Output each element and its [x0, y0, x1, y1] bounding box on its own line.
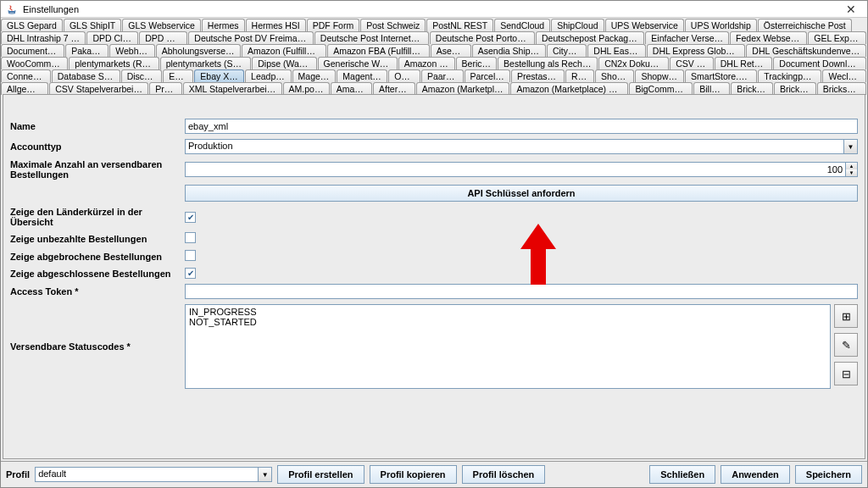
tab-document-log[interactable]: Document Log — [1, 44, 64, 57]
tab-document-downloader[interactable]: Document Downloader — [773, 57, 866, 69]
tab-woocommerce[interactable]: WooCommerce — [1, 57, 68, 69]
tab-dpd-cloud[interactable]: DPD Cloud — [86, 31, 138, 44]
tab-dpd-delis[interactable]: DPD Delis — [139, 31, 187, 44]
tab-deutsche-post-dv-freimachung[interactable]: Deutsche Post DV Freimachung — [188, 31, 314, 44]
tab-dhl-intraship-7-de-[interactable]: DHL Intraship 7 (DE) — [1, 31, 86, 44]
tab-bricklink[interactable]: Bricklink — [731, 82, 773, 95]
show-closed-checkbox[interactable]: ✔ — [185, 268, 196, 279]
tab-dhl-express-global-ws[interactable]: DHL Express Global WS — [647, 44, 746, 57]
tab-brickowl[interactable]: Brickowl — [774, 82, 816, 95]
tab-pdf-form[interactable]: PDF Form — [307, 19, 359, 31]
tab-magento-2[interactable]: Magento 2 — [337, 69, 387, 82]
tab-ebay-xml[interactable]: Ebay XML — [194, 69, 244, 82]
tab-deutschepost-packageplus[interactable]: Deutschepost PackagePlus — [536, 31, 644, 44]
tab-dhl-gesch-ftskundenversand[interactable]: DHL Geschäftskundenversand — [746, 44, 866, 57]
tab-asendia-shipping[interactable]: Asendia Shipping — [472, 44, 546, 57]
tab-amazon-fulfillment-[interactable]: Amazon (Fulfillment) — [242, 44, 326, 57]
spin-down-icon[interactable]: ▼ — [846, 169, 857, 176]
tab-discogs[interactable]: Discogs — [121, 69, 163, 82]
add-icon[interactable]: ⊞ — [834, 304, 858, 328]
tab-asendia[interactable]: Asendia — [431, 44, 471, 57]
tab-cn2x-dokument[interactable]: CN2x Dokument — [598, 57, 669, 69]
tab-postnl-rest[interactable]: PostNL REST — [426, 19, 493, 31]
tab-post-schweiz[interactable]: Post Schweiz — [360, 19, 426, 31]
show-cancelled-checkbox[interactable] — [185, 250, 196, 261]
tab-berichte[interactable]: Berichte — [456, 57, 498, 69]
tab-prestashop[interactable]: Prestashop — [511, 69, 565, 82]
remove-icon[interactable]: ⊟ — [834, 362, 858, 385]
tab-amazon-log[interactable]: Amazon Log — [398, 57, 455, 69]
tab-plentymarkets-soap-[interactable]: plentymarkets (SOAP) — [160, 57, 252, 69]
tab-amazon-marketplace-rest[interactable]: Amazon (Marketplace) REST — [510, 82, 628, 95]
tab-ups-worldship[interactable]: UPS Worldship — [685, 19, 757, 31]
tab-fedex-webservice[interactable]: Fedex Webservice — [730, 31, 807, 44]
tab-citymail[interactable]: Citymail — [547, 44, 587, 57]
tab-brickscout[interactable]: Brickscout — [817, 82, 866, 95]
access-token-input[interactable] — [185, 284, 858, 299]
tab-paarzeit[interactable]: Paarzeit — [421, 69, 464, 82]
tab-weclapp[interactable]: Weclapp — [822, 69, 866, 82]
tab-bigcommerce[interactable]: BigCommerce — [629, 82, 693, 95]
tab-leadprint[interactable]: Leadprint — [245, 69, 291, 82]
spin-up-icon[interactable]: ▲ — [846, 163, 857, 169]
tab-gls-gepard[interactable]: GLS Gepard — [1, 19, 63, 31]
tab-bestellung-als-rechnung[interactable]: Bestellung als Rechnung — [498, 57, 598, 69]
tab-deutsche-post-portokasse[interactable]: Deutsche Post Portokasse — [430, 31, 535, 44]
tab-dhl-easylog[interactable]: DHL Easylog — [587, 44, 646, 57]
close-button[interactable]: Schließen — [649, 465, 715, 484]
name-input[interactable] — [185, 119, 858, 134]
profile-select[interactable]: default ▼ — [35, 467, 272, 482]
tab-gel-express[interactable]: GEL Express — [808, 31, 866, 44]
tab-allgemein[interactable]: Allgemein — [1, 82, 48, 95]
tab-deutsche-post-internetmarke[interactable]: Deutsche Post Internetmarke — [314, 31, 429, 44]
tab-magento[interactable]: Magento — [292, 69, 337, 82]
chevron-down-icon[interactable]: ▼ — [844, 139, 858, 154]
tab-csv-log[interactable]: CSV Log — [670, 57, 714, 69]
profile-copy-button[interactable]: Profil kopieren — [370, 465, 457, 484]
max-orders-input[interactable] — [185, 162, 846, 177]
tab-sendcloud[interactable]: SendCloud — [494, 19, 550, 31]
tab-gls-shipit[interactable]: GLS ShipIT — [64, 19, 121, 31]
tab-dhl-retoure[interactable]: DHL Retoure — [715, 57, 773, 69]
tab-dipse-waage-[interactable]: Dipse (Waage) — [252, 57, 316, 69]
tab-csv-stapelverarbeitung[interactable]: CSV Stapelverarbeitung — [49, 82, 148, 95]
tab-shopify[interactable]: Shopify — [595, 69, 634, 82]
tab-shipcloud[interactable]: ShipCloud — [551, 19, 604, 31]
tab-connector[interactable]: Connector — [1, 69, 51, 82]
tab-am-portal[interactable]: AM.portal — [283, 82, 330, 95]
tab-odoo[interactable]: Odoo — [388, 69, 420, 82]
tab-plentymarkets-rest-[interactable]: plentymarkets (REST) — [69, 57, 159, 69]
tab-amazon-fba-fulfillment-[interactable]: Amazon FBA (Fulfillment) — [327, 44, 430, 57]
tab-amazon[interactable]: Amazon — [331, 82, 372, 95]
show-country-checkbox[interactable]: ✔ — [185, 212, 196, 223]
statuscodes-textarea[interactable]: IN_PROGRESS NOT_STARTED — [185, 304, 831, 389]
accounttype-select[interactable]: Produktion ▼ — [185, 139, 858, 154]
show-unpaid-checkbox[interactable] — [185, 232, 196, 243]
tab-xml-stapelverarbeitung[interactable]: XML Stapelverarbeitung — [183, 82, 282, 95]
apply-button[interactable]: Anwenden — [721, 465, 790, 484]
tab-webhook[interactable]: Webhook — [109, 44, 155, 57]
tab-parcellab[interactable]: Parcellab — [465, 69, 510, 82]
tab-einfacher-versender[interactable]: Einfacher Versender — [645, 31, 729, 44]
tab-shopware[interactable]: Shopware — [635, 69, 684, 82]
tab-database-shop[interactable]: Database Shop — [52, 69, 120, 82]
tab-ebay[interactable]: Ebay — [163, 69, 193, 82]
tab-afterbuy[interactable]: Afterbuy — [373, 82, 415, 95]
tab-ups-webservice[interactable]: UPS Webservice — [605, 19, 684, 31]
edit-icon[interactable]: ✎ — [834, 333, 858, 357]
tab-trackingportal[interactable]: Trackingportal — [758, 69, 821, 82]
tab-amazon-marketplace-[interactable]: Amazon (Marketplace) — [416, 82, 510, 95]
tab-abholungsversender[interactable]: Abholungsversender — [156, 44, 241, 57]
close-icon[interactable]: ✕ — [840, 3, 862, 15]
tab-hermes[interactable]: Hermes — [202, 19, 245, 31]
tab-real[interactable]: Real — [565, 69, 594, 82]
tab-proxy[interactable]: Proxy — [149, 82, 182, 95]
api-key-button[interactable]: API Schlüssel anfordern — [185, 185, 858, 202]
tab-pakadoo[interactable]: Pakadoo — [65, 44, 108, 57]
tab-billbee[interactable]: Billbee — [693, 82, 730, 95]
tab-smartstore-net[interactable]: SmartStore.NET — [685, 69, 757, 82]
save-button[interactable]: Speichern — [795, 465, 862, 484]
tab-hermes-hsi[interactable]: Hermes HSI — [246, 19, 306, 31]
profile-create-button[interactable]: Profil erstellen — [277, 465, 364, 484]
max-orders-stepper[interactable]: ▲ ▼ — [185, 162, 858, 177]
